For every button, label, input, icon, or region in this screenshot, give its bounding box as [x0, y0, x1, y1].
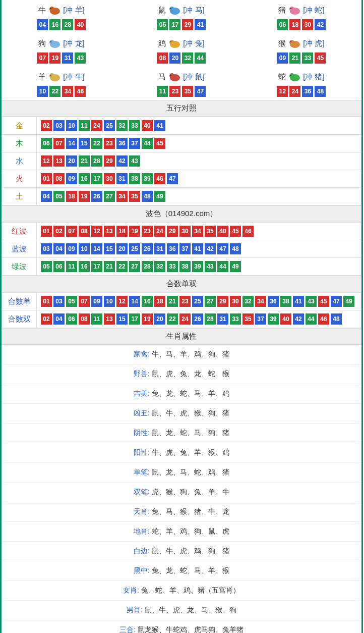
attr-value: 鼠、龙、马、蛇、鸡、猪 — [152, 468, 229, 476]
svg-point-4 — [169, 7, 174, 12]
number-ball: 04 — [37, 19, 48, 30]
number-ball: 31 — [154, 243, 165, 254]
number-ball: 08 — [157, 52, 168, 64]
snake-icon — [287, 71, 302, 83]
row-numbers: 0102070812131819232429303435404546 — [37, 223, 361, 240]
number-ball: 08 — [79, 313, 90, 325]
number-ball: 17 — [91, 261, 102, 272]
number-ball: 32 — [182, 52, 193, 64]
zodiac-tag: [冲 龙] — [63, 39, 85, 48]
number-ball: 06 — [53, 261, 65, 272]
row-label: 火 — [2, 170, 37, 188]
attr-label: 天肖: — [134, 507, 150, 515]
attr-value: 牛、马、羊、鸡、狗、猪 — [152, 350, 229, 358]
number-ball: 15 — [104, 243, 115, 254]
svg-point-8 — [290, 8, 291, 9]
row-numbers: 0103050709101214161821232527293032343638… — [37, 293, 361, 310]
table-row: 木06071415222336374445 — [2, 135, 361, 152]
zodiac-name: 蛇 — [278, 72, 286, 82]
number-ball: 24 — [289, 86, 300, 97]
number-ball: 08 — [79, 226, 90, 237]
number-ball: 46 — [75, 86, 86, 97]
row-numbers: 06071415222336374445 — [37, 135, 361, 152]
number-ball: 23 — [179, 296, 191, 307]
heshu-header: 合数单双 — [2, 276, 361, 292]
row-label: 木 — [2, 135, 37, 152]
svg-point-11 — [50, 41, 51, 42]
number-ball: 16 — [79, 261, 90, 272]
number-ball: 48 — [315, 86, 326, 97]
number-ball: 18 — [154, 296, 165, 307]
number-ball: 47 — [195, 86, 206, 97]
number-ball: 10 — [104, 296, 115, 307]
attrs-list: 家禽: 牛、马、羊、鸡、狗、猪野兽: 鼠、虎、兔、龙、蛇、猴吉美: 兔、龙、蛇、… — [2, 345, 361, 633]
number-ball: 10 — [79, 243, 90, 254]
number-ball: 23 — [142, 226, 153, 237]
number-ball: 29 — [167, 226, 178, 237]
number-ball: 09 — [277, 52, 288, 64]
zodiac-name: 羊 — [38, 72, 46, 82]
number-ball: 32 — [116, 120, 128, 131]
number-ball: 32 — [242, 296, 254, 307]
number-ball: 03 — [53, 296, 65, 307]
table-row: 火0108091617303138394647 — [2, 170, 361, 188]
attr-label: 黑中: — [134, 566, 150, 574]
number-ball: 39 — [268, 313, 279, 325]
zodiac-tag: [冲 兔] — [183, 39, 205, 48]
number-ball: 06 — [66, 313, 77, 325]
table-row: 红波0102070812131819232429303435404546 — [2, 223, 361, 240]
number-ball: 32 — [154, 261, 165, 272]
number-ball: 12 — [277, 86, 288, 97]
attr-value: 兔、龙、蛇、马、羊、猴 — [152, 566, 229, 574]
number-ball: 26 — [91, 191, 102, 202]
zodiac-tag: [冲 羊] — [63, 6, 85, 15]
number-ball: 34 — [116, 191, 128, 202]
number-ball: 07 — [79, 296, 90, 307]
attr-value: 虎、猴、狗、兔、羊、牛 — [152, 488, 229, 496]
number-ball: 33 — [230, 313, 241, 325]
number-ball: 39 — [142, 173, 153, 184]
zodiac-tag: [冲 猪] — [303, 72, 325, 82]
svg-point-17 — [290, 41, 291, 42]
number-ball: 15 — [116, 313, 128, 325]
number-ball: 40 — [217, 226, 228, 237]
svg-point-2 — [50, 8, 51, 9]
number-ball: 20 — [116, 243, 128, 254]
number-ball: 10 — [66, 120, 77, 131]
number-ball: 03 — [41, 243, 52, 254]
number-ball: 34 — [62, 86, 73, 97]
number-ball: 45 — [154, 138, 165, 149]
row-label: 蓝波 — [2, 240, 37, 258]
attr-label: 三合: — [119, 625, 136, 633]
number-ball: 37 — [129, 138, 140, 149]
attr-label: 地肖: — [134, 527, 150, 535]
attr-value: 鼠、龙、蛇、马、狗、猪 — [152, 429, 229, 437]
attr-value: 兔、蛇、羊、鸡、猪（五宫肖） — [141, 586, 240, 594]
zodiac-tag: [冲 虎] — [303, 39, 325, 48]
attr-value: 蛇、羊、鸡、狗、鼠、虎 — [152, 527, 229, 535]
number-ball: 07 — [66, 226, 77, 237]
svg-point-25 — [289, 73, 294, 78]
svg-point-26 — [290, 75, 291, 76]
bose-table: 红波0102070812131819232429303435404546蓝波03… — [2, 222, 361, 276]
svg-point-14 — [170, 41, 171, 42]
attr-row: 天肖: 兔、马、猴、猪、牛、龙 — [2, 502, 361, 522]
attr-value: 鼠、牛、虎、龙、马、猴、狗 — [145, 606, 236, 614]
number-ball: 11 — [91, 313, 102, 325]
number-ball: 06 — [41, 138, 52, 149]
row-numbers: 05061116172122272832333839434449 — [37, 258, 361, 276]
number-ball: 21 — [104, 261, 115, 272]
dog-icon — [47, 37, 62, 49]
number-ball: 44 — [306, 313, 317, 325]
attr-value: 兔、龙、蛇、马、羊、鸡 — [152, 389, 229, 397]
number-ball: 42 — [293, 313, 304, 325]
number-ball: 23 — [169, 86, 180, 97]
bose-header: 波色（014902.com） — [2, 205, 361, 222]
number-ball: 19 — [79, 191, 90, 202]
number-ball: 30 — [302, 19, 313, 30]
number-ball: 07 — [37, 52, 48, 64]
number-ball: 13 — [104, 226, 115, 237]
number-ball: 40 — [142, 120, 153, 131]
table-row: 金02031011242532334041 — [2, 117, 361, 135]
row-numbers: 0108091617303138394647 — [37, 170, 361, 188]
